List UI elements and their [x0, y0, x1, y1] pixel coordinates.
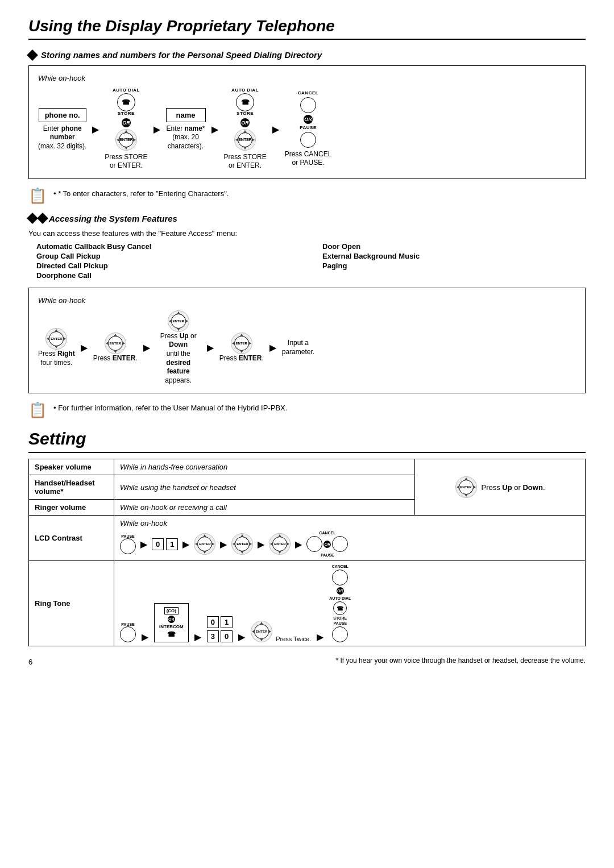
arrow-s2-1: ▶ [81, 342, 88, 353]
updown-caption: Press Up or Downuntil the desiredfeature… [156, 332, 201, 385]
feat-r3: Paging [322, 261, 586, 270]
notepad-icon-1: 📋 [28, 187, 47, 205]
feat-r1: Door Open [322, 242, 586, 251]
lcd-flow: PAUSE ▶ 0 1 ▶ ENTER ▶ [120, 531, 579, 557]
flow-item-name: name Enter name*(max. 20characters). [166, 108, 206, 151]
right-caption: Press Rightfour times. [38, 350, 75, 367]
while-label-2: While on-hook [38, 296, 576, 305]
diamond2b-icon [37, 213, 48, 224]
cancel-label: CANCEL [298, 91, 318, 96]
flow-row-1: phone no. Enter phonenumber(max. 32 digi… [38, 88, 576, 171]
feat-4: Doorphone Call [36, 271, 300, 280]
section2-header: Accessing the System Features [28, 214, 586, 223]
setting-table: Speaker volume While in hands-free conve… [28, 459, 586, 646]
label-ringer: Ringer volume [29, 500, 114, 516]
enter-btn-s2: ENTER [105, 333, 126, 354]
or-1: OR [122, 118, 131, 127]
desc-ringer: While on-hook or receiving a call [114, 500, 415, 516]
note-row-2: 📋 • For further information, refer to th… [28, 401, 586, 419]
updown-btn: ENTER [168, 310, 189, 332]
autodial-btn-2: ☎ [236, 93, 254, 111]
cancel-circle [300, 97, 316, 113]
or-ring: OR [337, 587, 344, 595]
pause-label: PAUSE [300, 126, 316, 131]
page-title: Using the Display Proprietary Telephone [28, 17, 586, 40]
table-row-speaker: Speaker volume While in hands-free conve… [29, 459, 586, 475]
enter-btn-1: ENTER [115, 129, 137, 151]
autodial-1: AUTO DIAL ☎ STORE [113, 88, 140, 117]
flow-store-enter-1: AUTO DIAL ☎ STORE OR ENTER Press S [105, 88, 147, 171]
store-label-1: STORE [118, 111, 135, 117]
autodial-ring: ☎ [333, 601, 347, 615]
flow-item-phoneno: phone no. Enter phonenumber(max. 32 digi… [38, 108, 86, 151]
notepad-icon-2: 📋 [28, 401, 47, 419]
setting-title: Setting [28, 429, 586, 453]
feat-r2: External Background Music [322, 252, 586, 260]
ringtone-flow-cell: PAUSE ▶ (CO) OR INTERCOM ☎ ▶ 0 [114, 561, 586, 646]
ctrl-updown: ENTER Press Up or Down. [415, 459, 586, 516]
pause-lcd [120, 538, 136, 554]
label-ringtone: Ring Tone [29, 561, 114, 646]
phoneno-box: phone no. [39, 108, 86, 122]
right-btn: ENTER [45, 328, 67, 350]
note-row-1: 📋 • * To enter characters, refer to "Ent… [28, 187, 586, 205]
arrow-s2-4: ▶ [269, 342, 276, 353]
btn-group-3: CANCEL OR PAUSE [298, 91, 318, 148]
page-number: 6 [28, 658, 32, 666]
while-label-1: While on-hook [38, 74, 576, 82]
store-enter-caption-1: Press STORE or ENTER. [105, 153, 147, 171]
ringtone-flow: PAUSE ▶ (CO) OR INTERCOM ☎ ▶ 0 [120, 564, 579, 642]
enter-ctrl-updown: ENTER [455, 476, 477, 498]
pause-ring-end [332, 626, 348, 642]
arrow-s2-2: ▶ [143, 342, 150, 353]
enter2-s2-caption: Press ENTER. [219, 354, 264, 363]
arrow3: ▶ [211, 124, 218, 135]
cancel-ring [332, 570, 348, 585]
footer: 6 * If you hear your own voice through t… [28, 652, 586, 666]
enter-btn-2: ENTER [234, 129, 256, 151]
flow-row-2: ENTER Press Rightfour times. ▶ ENTER Pre… [38, 310, 576, 385]
arrow4: ▶ [272, 124, 279, 135]
pause-lcd-end [332, 536, 348, 552]
or-2: OR [240, 118, 250, 127]
label-handset: Handset/Headset volume* [29, 475, 114, 500]
autodial-btn-1: ☎ [117, 93, 135, 111]
arrow1: ▶ [92, 124, 99, 135]
enter2-btn-s2: ENTER [231, 333, 252, 354]
or-3: OR [304, 115, 313, 124]
flow-enter-s2: ENTER Press ENTER. [93, 333, 138, 363]
store-enter-caption-2: Press STORE or ENTER. [224, 153, 267, 171]
label-lcd: LCD Contrast [29, 516, 114, 561]
table-row-lcd: LCD Contrast While on-hook PAUSE ▶ 0 1 ▶ [29, 516, 586, 561]
feat-3: Directed Call Pickup [36, 261, 300, 270]
cancel-pause-caption: Press CANCEL or PAUSE. [285, 150, 332, 168]
co-intercom-box: (CO) OR INTERCOM ☎ [154, 603, 189, 642]
flow-enter2-s2: ENTER Press ENTER. [219, 333, 264, 363]
enter-lcd-1: ENTER [194, 533, 215, 555]
autodial-label-1: AUTO DIAL [113, 88, 140, 93]
input-param-caption: Input aparameter. [282, 339, 314, 356]
phoneno-caption: Enter phonenumber(max. 32 digits). [38, 124, 86, 151]
flow-right-btn: ENTER Press Rightfour times. [38, 328, 75, 367]
or-lcd: OR [323, 541, 331, 548]
arrow-s2-3: ▶ [207, 342, 214, 353]
desc-handset: While using the handset or headset [114, 475, 415, 500]
diamond-icon [27, 49, 38, 61]
note-text-1: • * To enter characters, refer to "Enter… [53, 187, 229, 198]
enter-lcd-3: ENTER [269, 533, 291, 555]
enter-s2-caption: Press ENTER. [93, 354, 138, 363]
diamond2a-icon [27, 213, 38, 224]
desc-speaker: While in hands-free conversation [114, 459, 415, 475]
feat-1: Automatic Callback Busy Cancel [36, 242, 300, 251]
autodial-2: AUTO DIAL ☎ STORE [231, 88, 259, 117]
section2-intro: You can access these features with the "… [28, 229, 586, 238]
section1-header: Storing names and numbers for the Person… [28, 50, 586, 60]
flow-updown: ENTER Press Up or Downuntil the desiredf… [156, 310, 201, 385]
flow-input-param: Input aparameter. [282, 339, 314, 356]
note-text-2: • For further information, refer to the … [53, 401, 287, 412]
label-speaker: Speaker volume [29, 459, 114, 475]
name-caption: Enter name*(max. 20characters). [166, 124, 205, 151]
section2-diagram: While on-hook ENTER Press Rightfour time… [28, 288, 586, 394]
features-grid: Automatic Callback Busy Cancel Door Open… [36, 242, 586, 280]
footnote: * If you hear your own voice through the… [335, 657, 586, 665]
